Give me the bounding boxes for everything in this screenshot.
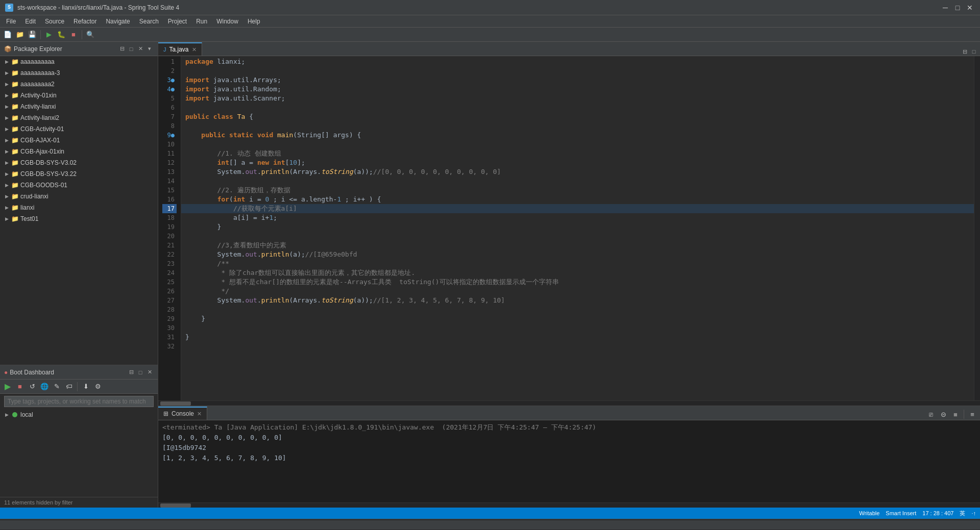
line-num-1: 1 (162, 57, 177, 66)
minimize-button[interactable]: ─ (940, 3, 950, 13)
boot-start[interactable]: ▶ (2, 381, 13, 392)
code-line-17: //获取每个元素a[i] (181, 204, 974, 213)
boot-filter[interactable]: ⬇ (80, 381, 91, 392)
tree-item-aaaaaaaaaa[interactable]: ▶ 📁 aaaaaaaaaa (0, 56, 158, 67)
code-line-5: import java.util.Scanner; (181, 94, 974, 103)
code-line-28 (181, 305, 974, 314)
panel-minimize[interactable]: ⊟ (118, 45, 126, 53)
expand-arrow: ▶ (4, 127, 9, 132)
boot-settings[interactable]: ⚙ (92, 381, 104, 392)
boot-tag[interactable]: 🏷 (63, 381, 75, 392)
panel-maximize[interactable]: □ (127, 45, 135, 53)
maximize-button[interactable]: □ (952, 3, 963, 13)
panel-options[interactable]: ▾ (145, 45, 154, 53)
menu-search[interactable]: Search (135, 16, 163, 27)
code-line-8 (181, 121, 974, 131)
code-line-26: */ (181, 287, 974, 296)
console-close-btn[interactable]: ✕ (197, 411, 202, 417)
line-num-19: 19 (162, 222, 177, 232)
toolbar-debug[interactable]: 🐛 (56, 29, 67, 40)
boot-edit[interactable]: ✎ (51, 381, 62, 392)
tree-item-cgbgoods01[interactable]: ▶ 📁 CGB-GOODS-01 (0, 180, 158, 191)
hscroll-thumb[interactable] (160, 401, 191, 406)
menu-project[interactable]: Project (164, 16, 191, 27)
tree-item-aaaaaaaaa2[interactable]: ▶ 📁 aaaaaaaaa2 (0, 79, 158, 90)
window-title: sts-workspace - lianxi/src/lianxi/Ta.jav… (17, 4, 179, 11)
tree-item-aaaaaaaaaa3[interactable]: ▶ 📁 aaaaaaaaaa-3 (0, 67, 158, 79)
menu-edit[interactable]: Edit (21, 16, 40, 27)
code-line-6 (181, 103, 974, 112)
expand-arrow: ▶ (4, 138, 9, 143)
tree-item-crudlianxi[interactable]: ▶ 📁 crud-lianxi (0, 191, 158, 202)
tab-ta-java[interactable]: J Ta.java ✕ (158, 42, 202, 56)
console-scroll-lock[interactable]: ⊝ (938, 409, 949, 420)
boot-item-local[interactable]: ▶ local (0, 409, 158, 420)
editor-maximize[interactable]: □ (970, 47, 978, 56)
tree-item-activity01xin[interactable]: ▶ 📁 Activity-01xin (0, 90, 158, 101)
line-num-30: 30 (162, 323, 177, 333)
tree-label: aaaaaaaaaa-3 (20, 69, 60, 77)
boot-restart[interactable]: ↺ (27, 381, 38, 392)
line-num-29: 29 (162, 314, 177, 323)
tree-item-cgbajax01[interactable]: ▶ 📁 CGB-AJAX-01 (0, 135, 158, 146)
line-num-17: 17 (162, 204, 177, 213)
menu-run[interactable]: Run (192, 16, 211, 27)
menu-source[interactable]: Source (41, 16, 68, 27)
menu-help[interactable]: Help (243, 16, 264, 27)
line-num-15: 15 (162, 186, 177, 195)
line-num-27: 27 (162, 296, 177, 305)
tree-label: Activity-01xin (20, 92, 57, 99)
code-content[interactable]: package lianxi; import java.util.Arrays;… (181, 56, 974, 400)
toolbar-new[interactable]: 📄 (2, 29, 13, 40)
tree-item-lianxi[interactable]: ▶ 📁 lianxi (0, 202, 158, 213)
console-options[interactable]: ≡ (967, 409, 978, 420)
toolbar-stop[interactable]: ■ (68, 29, 79, 40)
console-stop[interactable]: ■ (950, 409, 961, 420)
toolbar-open[interactable]: 📁 (14, 29, 26, 40)
boot-open-browser[interactable]: 🌐 (39, 381, 50, 392)
tree-item-cgbajax01xin[interactable]: ▶ 📁 CGB-Ajax-01xin (0, 146, 158, 157)
menu-window[interactable]: Window (212, 16, 242, 27)
console-hscroll[interactable] (158, 502, 980, 508)
boot-minimize[interactable]: ⊟ (127, 368, 135, 376)
console-content: <terminated> Ta [Java Application] E:\jd… (158, 420, 980, 502)
menu-file[interactable]: File (2, 16, 20, 27)
editor-minimize[interactable]: ⊟ (961, 47, 969, 56)
tab-close-btn[interactable]: ✕ (192, 46, 197, 53)
console-toolbar: ⎚ ⊝ ■ ≡ (923, 409, 980, 420)
tree-item-cgbdbv322[interactable]: ▶ 📁 CGB-DB-SYS-V3.22 (0, 168, 158, 180)
boot-search-input[interactable] (4, 396, 154, 407)
toolbar-search[interactable]: 🔍 (85, 29, 96, 40)
tree-item-activitylianxi2[interactable]: ▶ 📁 Activity-lianxi2 (0, 112, 158, 123)
console-hscroll-thumb[interactable] (160, 503, 191, 508)
boot-close[interactable]: ✕ (145, 368, 154, 376)
tree-item-activitylianxi[interactable]: ▶ 📁 Activity-lianxi (0, 101, 158, 112)
app-icon: S (5, 4, 13, 12)
console-tab-main[interactable]: ⊞ Console ✕ (158, 407, 207, 420)
toolbar-run[interactable]: ▶ (43, 29, 55, 40)
code-line-4: import java.util.Random; (181, 85, 974, 94)
project-icon: 📁 (11, 136, 19, 144)
tree-label: aaaaaaaaa2 (20, 81, 55, 88)
status-bar: Writable Smart Insert 17 : 28 : 407 英 ·↑ (0, 508, 980, 519)
panel-close[interactable]: ✕ (136, 45, 144, 53)
editor-hscroll[interactable] (158, 400, 980, 406)
toolbar-save[interactable]: 💾 (27, 29, 38, 40)
tree-item-cgbdbv302[interactable]: ▶ 📁 CGB-DB-SYS-V3.02 (0, 157, 158, 168)
project-icon: 📁 (11, 204, 19, 212)
console-clear[interactable]: ⎚ (925, 409, 937, 420)
boot-maximize[interactable]: □ (136, 368, 144, 376)
bottom-search-input[interactable] (0, 520, 980, 529)
status-position: 17 : 28 : 407 (922, 510, 953, 516)
close-button[interactable]: ✕ (965, 3, 975, 13)
tree-item-test01[interactable]: ▶ 📁 Test01 (0, 213, 158, 224)
tree-label: aaaaaaaaaa (20, 58, 55, 65)
code-line-16: for(int i = 0 ; i <= a.length-1 ; i++ ) … (181, 195, 974, 204)
package-tree[interactable]: ▶ 📁 aaaaaaaaaa ▶ 📁 aaaaaaaaaa-3 ▶ 📁 aaaa… (0, 56, 158, 365)
title-bar: S sts-workspace - lianxi/src/lianxi/Ta.j… (0, 0, 980, 15)
boot-stop[interactable]: ■ (14, 381, 26, 392)
menu-navigate[interactable]: Navigate (102, 16, 134, 27)
menu-refactor[interactable]: Refactor (69, 16, 101, 27)
project-icon: 📁 (11, 181, 19, 189)
tree-item-cgbactivity01[interactable]: ▶ 📁 CGB-Activity-01 (0, 123, 158, 135)
